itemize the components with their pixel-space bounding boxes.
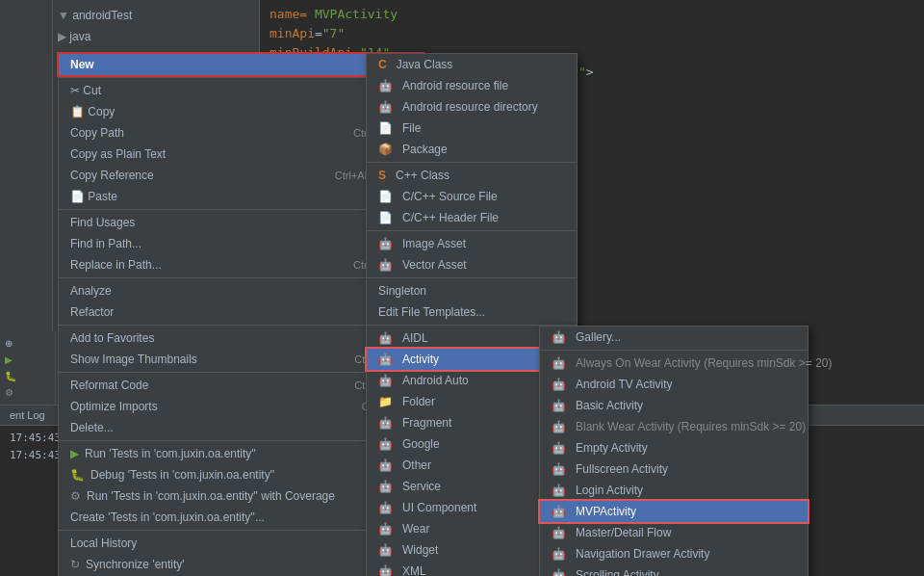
menu-item-cpp-header[interactable]: 📄C/C++ Header File [367,207,577,228]
menu-item-empty-activity[interactable]: 🤖Empty Activity [540,437,808,458]
menu-item-gallery[interactable]: 🤖Gallery... [540,327,808,348]
menu-item-android-resource-dir[interactable]: 🤖Android resource directory [367,96,577,118]
monitors-icon: ⊕ [5,338,13,349]
menu2-sep-2 [367,230,577,231]
menu-item-vector-asset[interactable]: 🤖Vector Asset [367,254,577,275]
menu2-sep-3 [367,277,577,278]
menu-item-android-resource-file[interactable]: 🤖Android resource file [367,75,577,96]
menu-item-singleton[interactable]: Singleton [367,280,577,301]
debug-icon: 🐛 [5,371,16,381]
run-icon: ▶ [5,354,13,365]
tree-item-java[interactable]: ▶ java [58,26,254,47]
menu3-sep-1 [540,350,808,351]
debug-button[interactable]: 🐛 [2,368,53,384]
run-button[interactable]: ▶ [2,352,53,368]
menu-item-image-asset[interactable]: 🤖Image Asset [367,233,577,254]
menu-item-file[interactable]: 📄File [367,118,577,139]
monitors-button[interactable]: ⊕ [2,335,53,352]
menu-item-android-tv[interactable]: 🤖Android TV Activity [540,374,808,395]
tree-item-androidtest[interactable]: ▼ androidTest [58,5,254,26]
menu-item-cpp-class[interactable]: SC++ Class [367,165,577,186]
coverage-icon: ⚙ [5,387,13,398]
menu-item-fullscreen[interactable]: 🤖Fullscreen Activity [540,458,808,480]
menu2-sep-1 [367,162,577,163]
menu-item-mvpactivity[interactable]: 🤖MVPActivity [540,501,808,522]
menu-item-package[interactable]: 📦Package [367,139,577,160]
context-menu-level3[interactable]: 🤖Gallery... 🤖Always On Wear Activity (Re… [539,326,808,576]
menu-item-nav-drawer[interactable]: 🤖Navigation Drawer Activity [540,543,808,564]
menu-item-always-on-wear[interactable]: 🤖Always On Wear Activity (Requires minSd… [540,353,808,374]
menu-item-blank-wear[interactable]: 🤖Blank Wear Activity (Requires minSdk >=… [540,416,808,437]
menu-item-master-detail[interactable]: 🤖Master/Detail Flow [540,522,808,543]
left-toolbar: ⊕ ▶ 🐛 ⚙ [0,331,56,405]
menu-item-edit-templates[interactable]: Edit File Templates... [367,301,577,323]
menu-item-cpp-source[interactable]: 📄C/C++ Source File [367,186,577,207]
menu-item-scrolling[interactable]: 🤖Scrolling Activity [540,564,808,576]
menu-item-java-class[interactable]: CJava Class [367,54,577,75]
menu-item-basic[interactable]: 🤖Basic Activity [540,395,808,416]
menu-item-login[interactable]: 🤖Login Activity [540,480,808,501]
coverage-button[interactable]: ⚙ [2,384,53,401]
